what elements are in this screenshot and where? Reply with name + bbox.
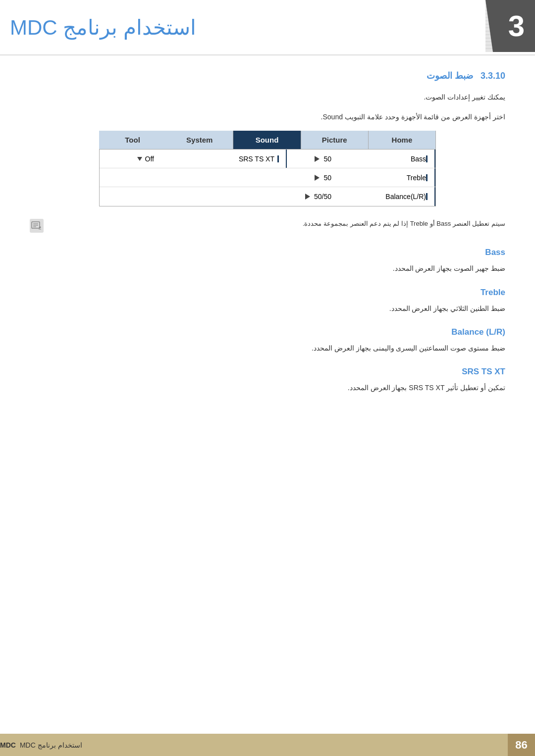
intro-text-2: اختر أجهزة العرض من قائمة الأجهزة وحدد ع… bbox=[30, 111, 505, 123]
balance-value: 50/50 bbox=[314, 193, 331, 201]
footer: 86 استخدام برنامج MDC MDC bbox=[0, 734, 535, 756]
section-title: ضبط الصوت bbox=[427, 71, 473, 81]
footer-chapter-title: استخدام برنامج MDC bbox=[20, 741, 82, 749]
settings-row-treble: Treble 50 bbox=[100, 168, 435, 187]
srs-section-desc: تمكين أو تعطيل تأثير SRS TS XT بجهاز الع… bbox=[30, 382, 505, 394]
bass-label-cell: Bass bbox=[336, 150, 435, 168]
footer-page-number: 86 bbox=[515, 739, 527, 752]
bass-section-title: Bass bbox=[30, 248, 505, 257]
main-content: 3.3.10 ضبط الصوت يمكنك تغيير إعدادات الص… bbox=[0, 55, 535, 426]
balance-empty-cell bbox=[100, 187, 287, 206]
balance-section-title: (Balance (L/R bbox=[30, 327, 505, 337]
bass-arrow-icon[interactable] bbox=[315, 156, 320, 162]
balance-value-cell: 50/50 bbox=[287, 187, 336, 206]
tab-sound[interactable]: Sound bbox=[233, 131, 301, 149]
tab-tool[interactable]: Tool bbox=[99, 131, 166, 149]
note-pencil-icon bbox=[31, 221, 42, 231]
chapter-number-badge: 3 bbox=[485, 0, 535, 52]
tab-picture[interactable]: Picture bbox=[301, 131, 369, 149]
treble-value-cell: 50 bbox=[287, 168, 336, 187]
tab-home[interactable]: Home bbox=[369, 131, 436, 149]
balance-label: Balance(L/R) bbox=[385, 193, 426, 201]
treble-section-title: Treble bbox=[30, 288, 505, 298]
treble-bar-indicator bbox=[426, 174, 428, 181]
srs-dropdown-icon[interactable] bbox=[137, 157, 142, 161]
section-number: 3.3.10 bbox=[481, 71, 505, 81]
treble-arrow-icon[interactable] bbox=[315, 175, 320, 181]
footer-mdc-label: MDC bbox=[0, 741, 16, 749]
bass-bar-indicator bbox=[426, 155, 428, 162]
chapter-header: 3 استخدام برنامج MDC bbox=[0, 0, 535, 54]
balance-section-desc: ضبط مستوى صوت السماعتين اليسرى واليمنى ب… bbox=[30, 342, 505, 354]
subsections-container: Bass ضبط جهير الصوت بجهاز العرض المحدد. … bbox=[30, 248, 505, 394]
balance-label-cell: Balance(L/R) bbox=[336, 187, 435, 206]
bass-value: 50 bbox=[323, 155, 331, 163]
bass-label: Bass bbox=[411, 155, 426, 163]
srs-value-cell: Off bbox=[100, 150, 159, 168]
chapter-title: استخدام برنامج MDC bbox=[10, 15, 196, 40]
footer-text-area: استخدام برنامج MDC MDC bbox=[0, 741, 92, 749]
srs-label: SRS TS XT bbox=[239, 155, 274, 163]
settings-panel: Home Picture Sound System Tool Bass 50 bbox=[99, 131, 436, 206]
settings-row-balance: Balance(L/R) 50/50 bbox=[100, 187, 435, 206]
footer-page-number-box: 86 bbox=[508, 734, 535, 756]
srs-label-cell: SRS TS XT bbox=[159, 150, 287, 168]
chapter-number: 3 bbox=[496, 9, 525, 43]
srs-value: Off bbox=[145, 155, 154, 163]
balance-bar-indicator bbox=[426, 193, 428, 200]
treble-empty-cell bbox=[100, 168, 287, 187]
tab-system[interactable]: System bbox=[166, 131, 233, 149]
srs-section-title: SRS TS XT bbox=[30, 367, 505, 377]
treble-value: 50 bbox=[323, 174, 331, 182]
section-heading: 3.3.10 ضبط الصوت bbox=[30, 70, 505, 81]
note-text: سيتم تعطيل العنصر Bass أو Treble إذا لم … bbox=[49, 219, 505, 229]
nav-tabs: Home Picture Sound System Tool bbox=[99, 131, 436, 150]
intro-text-1: يمكنك تغيير إعدادات الصوت. bbox=[30, 91, 505, 103]
srs-bar-indicator bbox=[277, 155, 279, 162]
treble-label-cell: Treble bbox=[336, 168, 435, 187]
note-box: سيتم تعطيل العنصر Bass أو Treble إذا لم … bbox=[30, 216, 505, 235]
treble-section-desc: ضبط الطنين الثلاثي بجهاز العرض المحدد. bbox=[30, 302, 505, 315]
bass-section-desc: ضبط جهير الصوت بجهاز العرض المحدد. bbox=[30, 262, 505, 275]
balance-arrow-icon[interactable] bbox=[305, 194, 310, 200]
settings-row-bass: Bass 50 SRS TS XT Off bbox=[100, 150, 435, 168]
note-icon bbox=[30, 219, 44, 233]
treble-label: Treble bbox=[407, 174, 426, 182]
bass-value-cell: 50 bbox=[287, 150, 336, 168]
settings-rows-container: Bass 50 SRS TS XT Off bbox=[99, 150, 436, 206]
